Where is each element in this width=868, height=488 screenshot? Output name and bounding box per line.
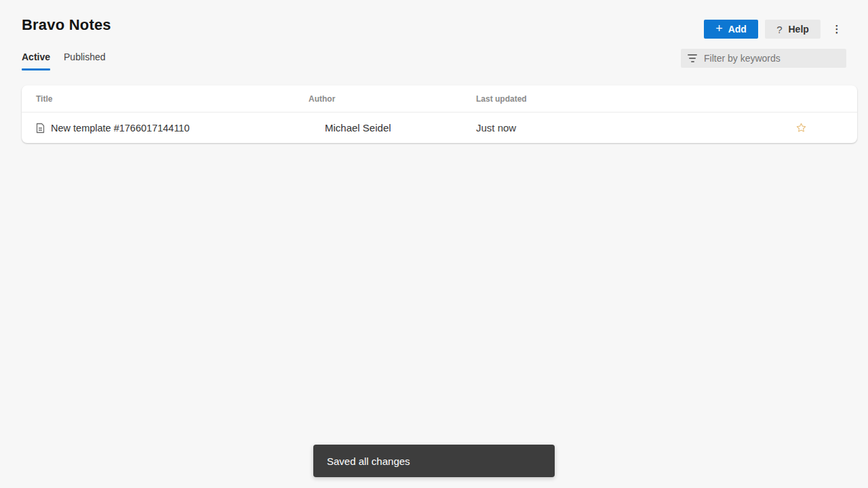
tab-published[interactable]: Published xyxy=(64,52,106,70)
note-author: Michael Seidel xyxy=(309,122,476,134)
table-header-row: Title Author Last updated xyxy=(22,85,857,113)
header-actions: + Add ? Help ⋮ xyxy=(704,20,846,39)
tab-active[interactable]: Active xyxy=(22,52,50,70)
kebab-icon: ⋮ xyxy=(832,23,842,35)
toast-notification: Saved all changes xyxy=(313,445,555,477)
column-header-author: Author xyxy=(309,94,476,104)
note-title-cell: New template #1766017144110 xyxy=(36,123,309,134)
note-title: New template #1766017144110 xyxy=(51,123,190,134)
filter-input[interactable] xyxy=(704,49,846,68)
column-header-title: Title xyxy=(36,94,309,104)
star-icon xyxy=(795,122,807,134)
filter-field[interactable] xyxy=(681,49,846,68)
notes-table-card: Title Author Last updated New template #… xyxy=(22,85,857,143)
add-button-label: Add xyxy=(728,24,747,35)
page-title: Bravo Notes xyxy=(22,16,111,34)
help-button[interactable]: ? Help xyxy=(765,20,821,39)
plus-icon: + xyxy=(715,22,723,35)
kebab-menu-button[interactable]: ⋮ xyxy=(827,20,846,39)
note-last-updated: Just now xyxy=(476,122,745,134)
filter-lines-icon xyxy=(681,54,704,62)
help-button-label: Help xyxy=(789,24,809,35)
toast-message: Saved all changes xyxy=(327,455,410,467)
column-header-last-updated: Last updated xyxy=(476,94,745,104)
question-mark-icon: ? xyxy=(776,24,782,35)
add-button[interactable]: + Add xyxy=(704,20,758,39)
document-icon xyxy=(36,123,45,134)
star-button[interactable] xyxy=(794,121,808,135)
tab-bar: Active Published xyxy=(22,52,106,70)
table-row[interactable]: New template #1766017144110 Michael Seid… xyxy=(22,113,857,143)
